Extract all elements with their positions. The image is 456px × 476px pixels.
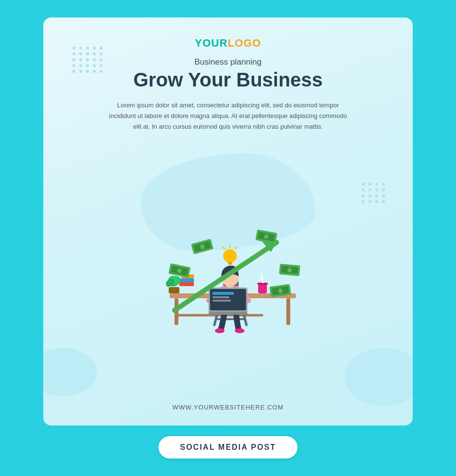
svg-rect-29 bbox=[209, 312, 247, 315]
svg-rect-26 bbox=[212, 292, 234, 295]
logo-text: LOGO bbox=[228, 37, 261, 49]
logo: YOURLOGO bbox=[195, 37, 261, 50]
card-description: Lorem ipsum dolor sit amet, consectetur … bbox=[106, 100, 350, 132]
svg-point-32 bbox=[223, 249, 237, 263]
svg-point-20 bbox=[215, 328, 225, 333]
business-illustration: $ $ $ bbox=[126, 199, 330, 344]
card-subtitle: Business planning bbox=[194, 57, 262, 67]
outer-background: YOURLOGO Business planning Grow Your Bus… bbox=[0, 0, 456, 476]
social-media-post-button[interactable]: SOCIAL MEDIA POST bbox=[158, 436, 298, 459]
illustration-area: $ $ $ bbox=[72, 144, 384, 399]
card-title: Grow Your Business bbox=[133, 69, 323, 90]
svg-point-21 bbox=[235, 328, 245, 333]
bottom-button-area: SOCIAL MEDIA POST bbox=[158, 436, 298, 459]
svg-line-36 bbox=[223, 247, 225, 249]
svg-rect-28 bbox=[212, 300, 231, 302]
svg-rect-2 bbox=[286, 298, 290, 325]
svg-line-13 bbox=[261, 274, 263, 283]
logo-your: YOUR bbox=[195, 37, 228, 49]
svg-rect-27 bbox=[212, 296, 229, 298]
svg-rect-7 bbox=[169, 287, 179, 293]
svg-rect-4 bbox=[179, 282, 194, 286]
website-url: WWW.YOURWEBSITEHERE.COM bbox=[173, 404, 284, 411]
svg-line-35 bbox=[235, 247, 237, 249]
dots-decoration-topleft bbox=[72, 47, 104, 73]
svg-rect-11 bbox=[258, 284, 267, 293]
svg-rect-5 bbox=[180, 278, 194, 282]
svg-rect-33 bbox=[228, 262, 232, 265]
card: YOURLOGO Business planning Grow Your Bus… bbox=[43, 17, 413, 425]
